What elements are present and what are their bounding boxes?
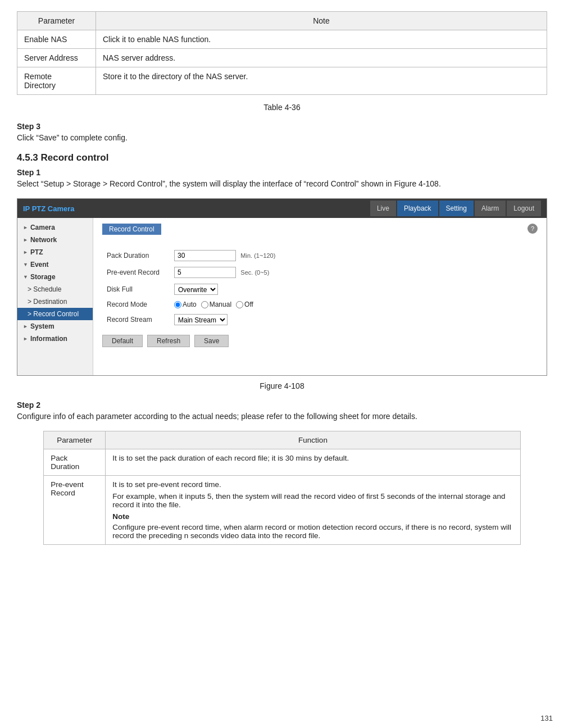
function-pre-event-record: It is to set pre-event record time. For … <box>106 476 521 545</box>
label-pack-duration: Pack Duration <box>102 247 170 264</box>
sidebar-item-ptz[interactable]: ► PTZ <box>17 246 93 258</box>
sidebar-item-camera[interactable]: ► Camera <box>17 221 93 234</box>
camera-brand-label: IP PTZ Camera <box>23 204 75 213</box>
label-pre-event-record: Pre-event Record <box>102 264 170 281</box>
radio-auto[interactable] <box>174 301 181 308</box>
camera-sidebar: ► Camera ► Network ► PTZ ▼ Event ▼ Stora… <box>17 218 93 375</box>
select-disk-full[interactable]: Overwrite Stop <box>174 284 218 295</box>
function-pack-duration: It is to set the pack duration of each r… <box>106 449 521 476</box>
nav-button-group: Live Playback Setting Alarm Logout <box>370 201 541 216</box>
hint-pack-duration: Min. (1~120) <box>240 252 275 259</box>
arrow-icon: ► <box>23 237 28 243</box>
step1-text: Select “Setup > Storage > Record Control… <box>17 179 547 188</box>
note-server-address: NAS server address. <box>96 49 547 67</box>
page-number: 131 <box>540 714 553 722</box>
help-icon[interactable]: ? <box>527 224 538 234</box>
hint-pre-event-record: Sec. (0~5) <box>240 269 269 276</box>
record-control-form: Pack Duration Min. (1~120) Pre-event Rec… <box>102 247 538 328</box>
sidebar-item-destination[interactable]: > Destination <box>17 295 93 308</box>
label-record-mode: Record Mode <box>102 298 170 311</box>
nav-playback-button[interactable]: Playback <box>397 201 438 216</box>
arrow-icon: ► <box>23 249 28 255</box>
default-button[interactable]: Default <box>102 335 143 347</box>
section-heading: 4.5.3 Record control <box>17 152 547 163</box>
step3-text: Click “Save” to complete config. <box>17 133 547 142</box>
radio-manual[interactable] <box>201 301 208 308</box>
arrow-icon: ▼ <box>23 274 28 280</box>
nav-alarm-button[interactable]: Alarm <box>475 201 506 216</box>
arrow-icon: ▼ <box>23 262 28 267</box>
camera-ui-body: ► Camera ► Network ► PTZ ▼ Event ▼ Stora… <box>17 218 547 375</box>
form-row-disk-full: Disk Full Overwrite Stop <box>102 281 538 298</box>
sidebar-item-network[interactable]: ► Network <box>17 234 93 246</box>
radio-off-label[interactable]: Off <box>236 301 253 308</box>
table-row: Enable NAS Click it to enable NAS functi… <box>17 30 547 49</box>
nas-parameter-table: Parameter Note Enable NAS Click it to en… <box>17 11 547 95</box>
arrow-icon: ► <box>23 225 28 230</box>
radio-off[interactable] <box>236 301 243 308</box>
input-pre-event-record[interactable] <box>174 267 236 278</box>
sidebar-item-schedule[interactable]: > Schedule <box>17 283 93 295</box>
label-record-stream: Record Stream <box>102 311 170 328</box>
form-row-record-stream: Record Stream Main Stream Sub Stream <box>102 311 538 328</box>
radio-manual-label[interactable]: Manual <box>201 301 231 308</box>
table-caption-4-36: Table 4-36 <box>17 103 547 112</box>
form-row-pack-duration: Pack Duration Min. (1~120) <box>102 247 538 264</box>
note-label: Note <box>112 512 513 521</box>
table-header-note: Note <box>96 12 547 30</box>
form-row-pre-event: Pre-event Record Sec. (0~5) <box>102 264 538 281</box>
table-row: Pre-eventRecord It is to set pre-event r… <box>44 476 521 545</box>
radio-auto-label[interactable]: Auto <box>174 301 197 308</box>
table-header-parameter: Parameter <box>17 12 96 30</box>
sidebar-item-system[interactable]: ► System <box>17 320 93 333</box>
record-control-parameter-table: Parameter Function PackDuration It is to… <box>43 431 521 545</box>
step1-heading: Step 1 <box>17 168 547 177</box>
param-remote-directory: RemoteDirectory <box>17 67 96 95</box>
table-row: RemoteDirectory Store it to the director… <box>17 67 547 95</box>
arrow-icon: ► <box>23 336 28 342</box>
nav-logout-button[interactable]: Logout <box>507 201 541 216</box>
button-row: Default Refresh Save <box>102 335 538 347</box>
bottom-table-header-function: Function <box>106 431 521 449</box>
bottom-table-header-param: Parameter <box>44 431 106 449</box>
note-enable-nas: Click it to enable NAS function. <box>96 30 547 49</box>
save-button[interactable]: Save <box>194 335 229 347</box>
arrow-icon: ► <box>23 324 28 329</box>
param-pack-duration: PackDuration <box>44 449 106 476</box>
main-content-area: Record Control ? Pack Duration Min. (1~1… <box>93 218 547 375</box>
step2-heading: Step 2 <box>17 401 547 410</box>
camera-ui-screenshot: IP PTZ Camera Live Playback Setting Alar… <box>17 198 547 376</box>
sidebar-item-information[interactable]: ► Information <box>17 333 93 345</box>
note-remote-directory: Store it to the directory of the NAS ser… <box>96 67 547 95</box>
param-server-address: Server Address <box>17 49 96 67</box>
content-title: Record Control <box>102 224 161 235</box>
sidebar-item-record-control[interactable]: > Record Control <box>17 308 93 320</box>
label-disk-full: Disk Full <box>102 281 170 298</box>
table-row: PackDuration It is to set the pack durat… <box>44 449 521 476</box>
table-row: Server Address NAS server address. <box>17 49 547 67</box>
figure-caption-4-108: Figure 4-108 <box>17 381 547 390</box>
nav-setting-button[interactable]: Setting <box>439 201 474 216</box>
input-pack-duration[interactable] <box>174 250 236 261</box>
select-record-stream[interactable]: Main Stream Sub Stream <box>174 314 228 325</box>
step3-heading: Step 3 <box>17 122 547 131</box>
form-row-record-mode: Record Mode Auto Manual Off <box>102 298 538 311</box>
camera-topbar: IP PTZ Camera Live Playback Setting Alar… <box>17 199 547 218</box>
nav-live-button[interactable]: Live <box>370 201 396 216</box>
sidebar-item-event[interactable]: ▼ Event <box>17 258 93 271</box>
param-pre-event-record: Pre-eventRecord <box>44 476 106 545</box>
radio-record-mode: Auto Manual Off <box>174 301 533 308</box>
sidebar-item-storage[interactable]: ▼ Storage <box>17 271 93 283</box>
refresh-button[interactable]: Refresh <box>147 335 190 347</box>
step2-text: Configure info of each parameter accordi… <box>17 412 547 421</box>
param-enable-nas: Enable NAS <box>17 30 96 49</box>
